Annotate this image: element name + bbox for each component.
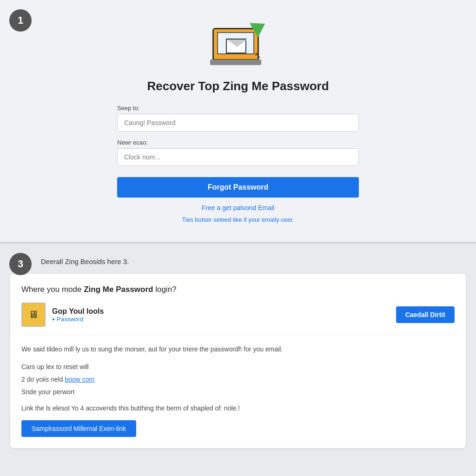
step-1-badge: 1 (9, 9, 32, 32)
section-3-title: Deerall Zing Beosids here 3. (41, 258, 467, 265)
action-button[interactable]: Caedall Dirtit (396, 306, 455, 323)
helper-text: Ties butser seleed like if your emaily u… (117, 216, 359, 223)
laptop-icon (212, 28, 259, 60)
section-1: 1 ↖ Recover Top Zing Me Password Seep to… (0, 0, 476, 244)
avatar-icon: 🖥 (28, 309, 39, 321)
instruction-line1: Cars up lex to reset will (21, 363, 89, 370)
field1-input[interactable] (117, 114, 359, 132)
get-password-email-link[interactable]: Free a get patvond Email (117, 204, 359, 212)
sample-link-button[interactable]: Samplrassord Millemal Exen-link (21, 420, 136, 437)
card-question: Where you mode Zing Me Password login? (21, 285, 455, 294)
profile-name: Gop Youl lools (52, 307, 104, 316)
instruction-line2-prefix: 2 do yoiis neld (21, 376, 65, 383)
section-1-inner: ↖ Recover Top Zing Me Password Seep to: … (117, 14, 359, 223)
field1-group: Seep to: (117, 105, 359, 132)
profile-left: 🖥 Gop Youl lools Password (21, 303, 104, 327)
profile-info: Gop Youl lools Password (52, 307, 104, 323)
step-3-badge: 3 (9, 253, 32, 275)
laptop-base-icon (210, 60, 261, 65)
field2-input[interactable] (117, 148, 359, 166)
profile-row: 🖥 Gop Youl lools Password Caedall Dirtit (21, 303, 455, 335)
instruction-line3: Snde your perwort (21, 388, 74, 396)
cursor-icon: ↖ (254, 50, 261, 60)
field1-label: Seep to: (117, 105, 359, 112)
card-note: Link the ls elesol Yo 4 accovends this b… (21, 404, 455, 412)
email-illustration: ↖ (208, 14, 268, 70)
page-title: Recover Top Zing Me Password (117, 79, 359, 93)
card-question-mode-icon: o (68, 285, 73, 294)
field2-group: Newr ecao: (117, 139, 359, 166)
info-card: Where you mode Zing Me Password login? 🖥… (10, 274, 466, 448)
card-instructions: Cars up lex to reset will 2 do yoiis nel… (21, 361, 455, 398)
screen-icon (217, 32, 254, 54)
card-body-text: We said tildeo mill ly us to sung the mo… (21, 344, 455, 354)
avatar: 🖥 (21, 303, 46, 327)
envelope-icon (226, 39, 246, 53)
forgot-password-button[interactable]: Forgot Password (117, 177, 359, 198)
section-3: 3 Deerall Zing Beosids here 3. Where you… (0, 244, 476, 467)
profile-subtitle: Password (52, 316, 104, 323)
field2-label: Newr ecao: (117, 139, 359, 146)
instruction-link[interactable]: boow com (65, 376, 94, 383)
